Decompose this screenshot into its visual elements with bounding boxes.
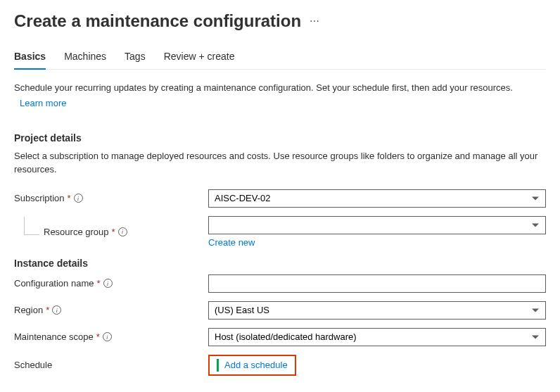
indent-connector-icon (24, 217, 39, 235)
info-icon[interactable]: i (118, 227, 127, 236)
resource-group-label: Resource group * i (14, 227, 208, 237)
scope-label: Maintenance scope * i (14, 331, 208, 342)
add-schedule-highlight: Add a schedule (208, 355, 296, 376)
required-indicator: * (46, 305, 49, 315)
region-label: Region * i (14, 305, 208, 315)
subscription-label: Subscription * i (14, 193, 208, 203)
config-name-label: Configuration name * i (14, 278, 208, 289)
tab-review-create[interactable]: Review + create (164, 51, 235, 69)
resource-group-select[interactable] (208, 216, 546, 234)
more-options-icon[interactable]: ⋯ (310, 15, 320, 27)
required-indicator: * (68, 193, 71, 203)
add-schedule-link[interactable]: Add a schedule (224, 360, 288, 370)
project-details-desc: Select a subscription to manage deployed… (14, 149, 546, 177)
page-title: Create a maintenance configuration (14, 11, 301, 31)
instance-details-heading: Instance details (14, 258, 546, 269)
intro-text: Schedule your recurring updates by creat… (14, 81, 546, 95)
tab-tags[interactable]: Tags (125, 51, 146, 69)
learn-more-link[interactable]: Learn more (20, 98, 66, 108)
project-details-heading: Project details (14, 132, 546, 144)
tab-machines[interactable]: Machines (64, 51, 106, 69)
tab-basics[interactable]: Basics (14, 51, 46, 69)
config-name-input[interactable] (208, 274, 546, 293)
create-new-link[interactable]: Create new (208, 237, 255, 248)
info-icon[interactable]: i (52, 305, 61, 315)
scope-select[interactable] (208, 328, 546, 346)
info-icon[interactable]: i (103, 279, 113, 288)
required-indicator: * (96, 278, 100, 289)
info-icon[interactable]: i (74, 194, 83, 203)
required-indicator: * (112, 227, 115, 237)
region-select[interactable] (208, 301, 546, 320)
subscription-select[interactable] (208, 189, 546, 208)
required-indicator: * (96, 331, 100, 342)
accent-bar-icon (217, 359, 219, 372)
schedule-label: Schedule (14, 360, 208, 370)
info-icon[interactable]: i (103, 332, 112, 341)
tabs-container: Basics Machines Tags Review + create (14, 51, 546, 70)
